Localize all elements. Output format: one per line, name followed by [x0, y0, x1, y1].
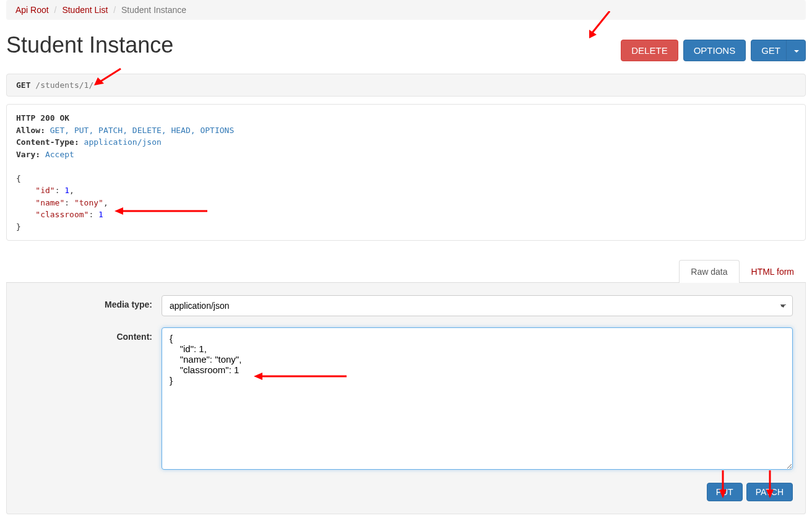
patch-button[interactable]: PATCH [746, 483, 793, 501]
ctype-header-key: Content-Type: [16, 137, 79, 147]
get-dropdown-toggle[interactable] [786, 40, 806, 61]
response-body: HTTP 200 OK Allow: GET, PUT, PATCH, DELE… [6, 104, 806, 241]
tab-html-form[interactable]: HTML form [740, 260, 806, 283]
get-button[interactable]: GET [751, 40, 791, 61]
request-method: GET [16, 80, 30, 90]
request-url: /students/1/ [35, 80, 93, 90]
allow-header-key: Allow: [16, 126, 45, 135]
ctype-header-val: application/json [84, 137, 162, 147]
breadcrumb-student-list[interactable]: Student List [62, 5, 108, 15]
json-name-key: "name" [35, 198, 64, 207]
tab-raw-data[interactable]: Raw data [679, 260, 739, 283]
breadcrumb-current: Student Instance [121, 5, 186, 15]
json-id-val: 1 [64, 186, 69, 195]
form-tabs: Raw data HTML form [6, 259, 806, 283]
breadcrumb: Api Root / Student List / Student Instan… [6, 0, 806, 20]
json-name-val: "tony" [74, 198, 103, 207]
put-button[interactable]: PUT [707, 483, 743, 501]
status-line: HTTP 200 OK [16, 113, 69, 123]
delete-button[interactable]: DELETE [621, 40, 678, 61]
allow-header-val: GET, PUT, PATCH, DELETE, HEAD, OPTIONS [50, 126, 234, 135]
media-type-label: Media type: [19, 295, 162, 316]
options-button[interactable]: OPTIONS [683, 40, 746, 61]
request-info: GET /students/1/ [6, 74, 806, 97]
vary-header-key: Vary: [16, 150, 40, 159]
breadcrumb-separator: / [110, 5, 119, 15]
json-classroom-val: 1 [98, 210, 103, 219]
media-type-select[interactable]: application/json [162, 295, 793, 316]
content-textarea[interactable] [162, 327, 793, 470]
page-title: Student Instance [6, 32, 173, 58]
caret-down-icon [794, 50, 799, 53]
json-classroom-key: "classroom" [35, 210, 89, 219]
content-label: Content: [19, 327, 162, 472]
form-panel: Media type: application/json Content: PU… [6, 283, 806, 514]
json-id-key: "id" [35, 186, 54, 195]
breadcrumb-api-root[interactable]: Api Root [15, 5, 49, 15]
action-buttons: DELETE OPTIONS GET [621, 40, 806, 61]
vary-header-val: Accept [45, 150, 74, 159]
breadcrumb-separator: / [51, 5, 60, 15]
